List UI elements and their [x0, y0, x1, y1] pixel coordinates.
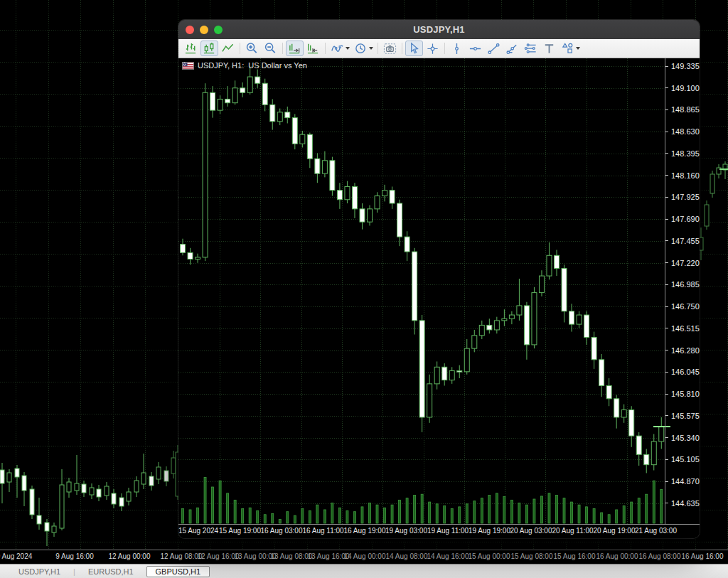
price-tick-label: 148.630 [671, 127, 700, 136]
price-tick [665, 481, 668, 482]
time-tick-label: 21 Aug 03:00 [635, 527, 677, 535]
price-tick [665, 87, 668, 88]
toolbar-line-chart-button[interactable] [219, 41, 237, 56]
price-tick [665, 437, 668, 438]
price-tick [665, 306, 668, 307]
price-tick [665, 197, 668, 198]
time-tick-label: 19 Aug 11:00 [427, 527, 469, 535]
window-title: USDJPY,H1 [413, 24, 465, 35]
objects-icon [561, 42, 574, 55]
time-tick-label: 16 Aug 19:00 [344, 527, 386, 535]
trend-angle-icon [505, 42, 519, 55]
candlestick-chart-icon [203, 42, 216, 55]
price-tick-label: 146.515 [671, 324, 700, 333]
bg-time-tick-label: 9 Aug 2024 [0, 552, 32, 560]
auto-scroll-icon [288, 42, 301, 55]
price-tick-label: 146.750 [671, 302, 700, 311]
toolbar-horizontal-line-button[interactable] [466, 41, 484, 56]
bg-time-tick-label: 13 Aug 08:00 [271, 552, 313, 560]
zoom-button[interactable] [214, 26, 223, 34]
timeframes-icon [354, 42, 368, 55]
price-tick [665, 219, 668, 220]
time-tick-label: 20 Aug 19:00 [594, 527, 636, 535]
zoom-in-icon [245, 42, 259, 55]
bar-chart-icon [184, 42, 198, 55]
toolbar-candlestick-chart-button[interactable] [200, 41, 218, 56]
price-tick-label: 148.160 [671, 171, 700, 180]
time-tick-label: 15 Aug 19:00 [219, 527, 261, 535]
crosshair-icon [426, 42, 439, 55]
price-axis[interactable]: 149.335149.100148.865148.630148.395148.1… [665, 58, 700, 524]
toolbar-crosshair-button[interactable] [424, 41, 441, 56]
bg-time-tick-label: 15 Aug 00:00 [469, 552, 510, 560]
toolbar-zoom-out-button[interactable] [262, 41, 279, 56]
toolbar-vertical-line-button[interactable] [448, 41, 466, 56]
price-tick-label: 148.395 [671, 149, 700, 158]
price-tick [665, 175, 668, 176]
minimize-button[interactable] [200, 26, 208, 34]
line-chart-icon [221, 42, 235, 55]
price-tick-label: 144.870 [671, 477, 700, 486]
toolbar-trendline-button[interactable] [485, 41, 503, 56]
candlestick-plot[interactable] [178, 58, 665, 525]
bg-time-tick-label: 12 Aug 16:00 [198, 552, 240, 560]
toolbar-indicators-button[interactable] [328, 41, 351, 56]
tab-eurusd[interactable]: EURUSD,H1 [81, 567, 141, 577]
bg-time-tick-label: 16 Aug 00:00 [596, 552, 638, 560]
toolbar-separator [325, 43, 326, 54]
close-button[interactable] [186, 26, 194, 34]
bg-time-tick-label: 15 Aug 08:00 [511, 552, 553, 560]
toolbar-auto-scroll-button[interactable] [286, 41, 304, 56]
bg-time-tick-label: 12 Aug 00:00 [109, 552, 151, 560]
toolbar-timeframes-button[interactable] [352, 41, 375, 56]
last-price-axis-marker [665, 426, 670, 427]
price-tick-label: 146.045 [671, 368, 700, 376]
tab-divider: | [73, 567, 75, 576]
price-tick [665, 132, 668, 132]
time-tick-label: 16 Aug 11:00 [302, 527, 343, 535]
dropdown-caret-icon [576, 47, 580, 50]
bg-time-tick-label: 14 Aug 08:00 [386, 552, 428, 560]
bg-time-tick-label: 16 Aug 08:00 [639, 552, 681, 560]
bg-time-tick-label: 15 Aug 16:00 [554, 552, 596, 560]
price-tick [665, 372, 668, 373]
toolbar-trend-angle-button[interactable] [503, 41, 521, 56]
price-tick-label: 145.575 [671, 412, 700, 420]
chart-tab-bar: USDJPY,H1|EURUSD,H1GBPUSD,H1 [0, 564, 728, 578]
volume-bars [182, 477, 663, 523]
time-tick-label: 15 Aug 2024 [178, 527, 218, 535]
toolbar-objects-button[interactable] [559, 41, 582, 56]
toolbar-text-label-button[interactable] [540, 41, 558, 56]
chart-window: USDJPY,H1 149.335149.100148.865148.63014… [178, 20, 700, 538]
toolbar-separator [378, 43, 378, 54]
dropdown-caret-icon [346, 47, 350, 50]
price-tick [665, 394, 668, 395]
toolbar-equidistant-channel-button[interactable] [522, 41, 540, 56]
price-tick-label: 148.865 [671, 105, 700, 114]
bg-time-tick-label: 14 Aug 16:00 [427, 552, 469, 560]
price-tick-label: 146.985 [671, 280, 700, 289]
price-tick-label: 147.455 [671, 237, 700, 245]
toolbar-screenshot-button[interactable] [381, 41, 399, 56]
toolbar-cursor-button[interactable] [405, 41, 423, 56]
toolbar-separator [444, 43, 445, 54]
trendline-icon [487, 42, 500, 55]
time-tick-label: 20 Aug 03:00 [510, 527, 552, 535]
chart-shift-icon [306, 42, 320, 55]
toolbar-zoom-in-button[interactable] [243, 41, 261, 56]
price-tick [665, 109, 668, 110]
tab-usdjpy[interactable]: USDJPY,H1 [11, 567, 68, 577]
window-titlebar[interactable]: USDJPY,H1 [178, 20, 700, 39]
price-tick [665, 503, 668, 503]
candles [181, 67, 664, 473]
time-tick-label: 20 Aug 11:00 [552, 527, 593, 535]
price-tick [665, 459, 668, 460]
toolbar-bar-chart-button[interactable] [182, 41, 200, 56]
price-tick-label: 145.105 [671, 455, 700, 464]
toolbar-chart-shift-button[interactable] [304, 41, 322, 56]
price-tick-label: 147.220 [671, 259, 700, 267]
price-tick-label: 147.690 [671, 215, 700, 223]
bg-time-tick-label: 14 Aug 00:00 [344, 552, 386, 560]
tab-gbpusd[interactable]: GBPUSD,H1 [146, 566, 210, 577]
price-tick [665, 284, 668, 285]
